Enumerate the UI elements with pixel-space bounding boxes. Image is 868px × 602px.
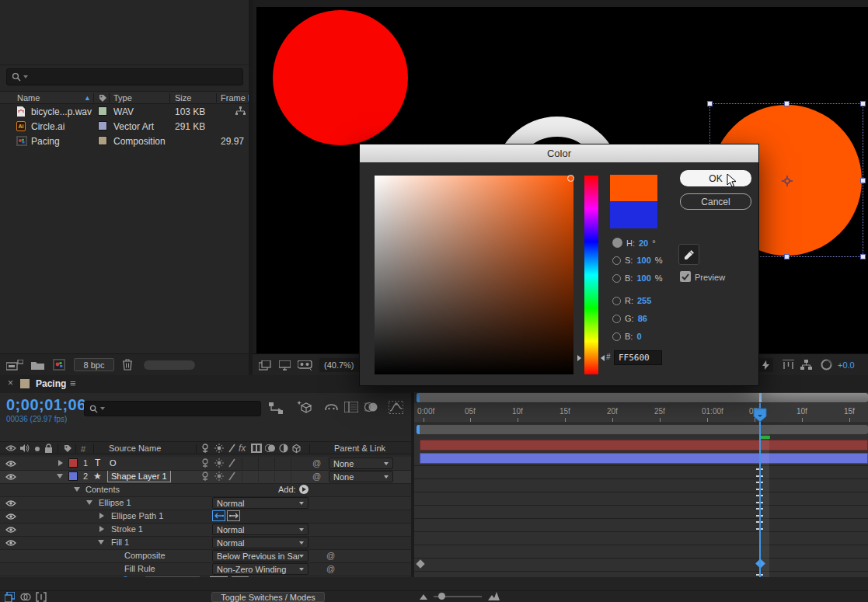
- property-name[interactable]: Stroke 1: [111, 524, 143, 534]
- sb-picker-marker[interactable]: [567, 175, 574, 182]
- label-color-swatch[interactable]: [98, 136, 107, 145]
- saturation-brightness-field[interactable]: [375, 176, 573, 374]
- audio-column-speaker-icon[interactable]: [20, 444, 30, 453]
- selection-handle[interactable]: [707, 101, 713, 106]
- red-circle-shape[interactable]: [273, 10, 408, 145]
- blend-mode-dropdown[interactable]: Normal: [212, 537, 309, 548]
- draft-3d-icon[interactable]: [297, 401, 312, 414]
- anchor-point-icon[interactable]: [782, 176, 793, 186]
- quality-slash-icon[interactable]: [228, 444, 236, 453]
- fill-color-swatch[interactable]: [210, 576, 228, 577]
- eye-icon[interactable]: [5, 499, 16, 507]
- quality-sun-icon[interactable]: [214, 444, 224, 453]
- toggle-switches-modes-button[interactable]: Toggle Switches / Modes: [211, 592, 325, 602]
- vr-goggles-icon[interactable]: [298, 360, 313, 371]
- eye-icon[interactable]: [5, 539, 16, 547]
- eye-icon[interactable]: [5, 460, 16, 468]
- project-row-ai[interactable]: Ai Circle.ai Vector Art 291 KB: [0, 119, 249, 134]
- source-name-column-label[interactable]: Source Name: [109, 444, 161, 453]
- pickwhip-icon[interactable]: @: [312, 472, 321, 481]
- timeline-search-input[interactable]: [84, 401, 261, 416]
- expander-icon[interactable]: [99, 526, 104, 532]
- index-column-label[interactable]: #: [81, 444, 85, 454]
- hue-strip[interactable]: [584, 176, 598, 374]
- timeline-tab-pacing[interactable]: Pacing: [36, 378, 66, 389]
- add-menu-icon[interactable]: [299, 485, 309, 494]
- b2-value[interactable]: 0: [636, 332, 641, 341]
- b-value[interactable]: 100: [636, 273, 650, 283]
- column-name[interactable]: Name: [17, 93, 40, 103]
- slash-switch-icon[interactable]: [228, 472, 236, 481]
- mini-flowchart-icon[interactable]: [800, 360, 812, 370]
- close-tab-icon[interactable]: ×: [8, 378, 13, 388]
- selection-handle[interactable]: [860, 101, 866, 106]
- g-radio[interactable]: [612, 315, 621, 323]
- monitor-icon[interactable]: [279, 360, 291, 371]
- work-area-bar[interactable]: [417, 425, 868, 434]
- current-timecode[interactable]: 0;00;01;06: [6, 396, 86, 414]
- label-column-icon[interactable]: [64, 444, 72, 453]
- adjustment-layer-icon[interactable]: [279, 444, 288, 453]
- collapse-switch-icon[interactable]: [200, 472, 210, 482]
- label-color-swatch[interactable]: [98, 106, 107, 116]
- property-name[interactable]: Fill 1: [111, 538, 129, 547]
- pickwhip-icon[interactable]: @: [326, 564, 335, 573]
- expression-toggle-icon[interactable]: [231, 576, 249, 577]
- solo-column-icon[interactable]: [35, 447, 40, 451]
- r-radio[interactable]: [612, 297, 621, 305]
- cancel-button[interactable]: Cancel: [680, 193, 751, 210]
- expand-in-out-icon[interactable]: [36, 592, 47, 602]
- video-column-eye-icon[interactable]: [5, 444, 16, 452]
- preview-checkbox[interactable]: [680, 271, 691, 282]
- trash-icon[interactable]: [122, 358, 133, 371]
- slash-switch-icon[interactable]: [228, 458, 236, 468]
- pickwhip-icon[interactable]: @: [312, 458, 321, 468]
- expander-icon[interactable]: [57, 474, 63, 478]
- blend-mode-dropdown[interactable]: Normal: [212, 497, 309, 509]
- selection-handle[interactable]: [784, 101, 790, 106]
- comp-mini-flowchart-icon[interactable]: [269, 402, 283, 414]
- quality-switch-icon[interactable]: [214, 472, 224, 481]
- search-options-chevron-icon[interactable]: [23, 75, 28, 78]
- zoom-out-mountain-icon[interactable]: [420, 593, 427, 600]
- time-navigator-bar[interactable]: [417, 393, 868, 402]
- expander-icon[interactable]: [58, 460, 63, 466]
- timeline-columns-icon[interactable]: [783, 360, 794, 370]
- exposure-value[interactable]: +0.0: [838, 360, 855, 370]
- b-radio[interactable]: [612, 274, 621, 283]
- project-footer-scrollbar[interactable]: [144, 360, 195, 370]
- ellipse-path-row[interactable]: Ellipse Path 1: [0, 510, 411, 523]
- keyframe-diamond-start[interactable]: [416, 559, 424, 568]
- eye-icon[interactable]: [5, 513, 16, 520]
- frame-blending-icon[interactable]: [344, 402, 358, 412]
- pickwhip-icon[interactable]: @: [326, 551, 335, 560]
- collapse-transformations-icon[interactable]: [200, 444, 210, 454]
- layer2-track-bar[interactable]: [420, 453, 868, 464]
- contents-row[interactable]: Contents Add:: [0, 483, 411, 496]
- group-name[interactable]: Ellipse 1: [99, 498, 131, 507]
- layer-name-editing[interactable]: Shape Layer 1: [107, 470, 171, 482]
- bit-depth-button[interactable]: 8 bpc: [74, 358, 114, 371]
- eye-icon[interactable]: [5, 473, 16, 481]
- parent-dropdown[interactable]: None: [329, 458, 393, 469]
- layer-label-color[interactable]: [68, 472, 78, 481]
- graph-editor-icon[interactable]: [389, 401, 403, 414]
- view-layout-icon[interactable]: [259, 360, 271, 371]
- cube-3d-icon[interactable]: [291, 444, 302, 454]
- layer1-track-bar[interactable]: [420, 440, 868, 451]
- column-type[interactable]: Type: [113, 93, 132, 103]
- sort-asc-icon[interactable]: ▲: [84, 94, 91, 102]
- selection-handle[interactable]: [860, 178, 866, 183]
- g-value[interactable]: 86: [638, 314, 647, 323]
- color-property-label[interactable]: Color: [145, 576, 200, 577]
- stopwatch-icon-active[interactable]: [120, 576, 131, 577]
- path-direction-reverse-icon[interactable]: [212, 510, 225, 521]
- frame-blend-column-icon[interactable]: [251, 444, 262, 453]
- expand-transfer-controls-icon[interactable]: [20, 592, 31, 602]
- ellipse1-row[interactable]: Ellipse 1 Normal: [0, 496, 411, 510]
- property-name[interactable]: Ellipse Path 1: [111, 511, 163, 520]
- fill-rule-dropdown[interactable]: Non-Zero Winding: [212, 563, 309, 575]
- project-row-wav[interactable]: bicycle...p.wav WAV 103 KB: [0, 104, 249, 119]
- playhead-head[interactable]: [753, 408, 767, 423]
- lock-column-icon[interactable]: [44, 444, 53, 453]
